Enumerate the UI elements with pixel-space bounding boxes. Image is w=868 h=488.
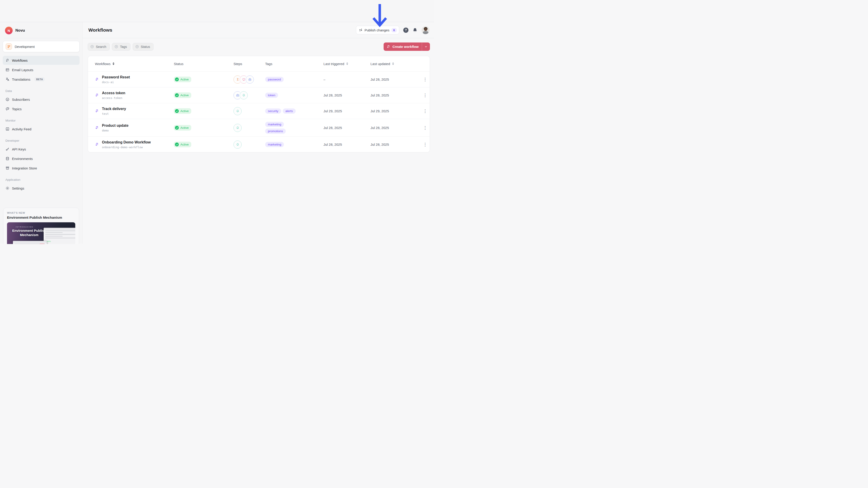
sidebar-nav: Workflows Email Layouts Translations BET…: [3, 56, 80, 84]
create-workflow-button[interactable]: Create workflow: [383, 42, 430, 51]
status-badge: Active: [174, 142, 191, 147]
workflow-icon: [95, 126, 99, 130]
status-badge: Active: [174, 125, 191, 131]
workflow-icon: [5, 58, 9, 62]
column-header-tags[interactable]: Tags: [265, 61, 323, 66]
sort-icon[interactable]: [346, 62, 348, 65]
sidebar-item-environments[interactable]: Environments: [3, 154, 80, 163]
topics-icon: [5, 107, 9, 111]
workflow-row[interactable]: Onboarding Demo Workflow onboarding-demo…: [88, 136, 430, 152]
thumbnail-title-text: Environment Publish Mechanism: [9, 229, 50, 237]
last-updated-value: Jul 28, 2025: [370, 142, 421, 147]
tags-cell: securityalerts: [265, 107, 305, 116]
last-updated-value: Jul 28, 2025: [370, 126, 421, 130]
workflow-row[interactable]: Track delivery test Active securityalert…: [88, 103, 430, 119]
beta-badge: BETA: [35, 77, 44, 81]
whats-new-title: Environment Publish Mechanism: [7, 216, 75, 220]
workflow-icon: [95, 109, 99, 113]
notifications-bell-button[interactable]: [412, 28, 417, 33]
table-body: Password Reset docs-ai Active password –…: [88, 71, 430, 152]
check-icon: [175, 126, 179, 130]
workflow-icon: [95, 142, 99, 147]
help-button[interactable]: ?: [403, 28, 408, 33]
publish-changes-button[interactable]: Publish changes 6: [356, 26, 399, 34]
question-mark-icon: ?: [405, 28, 407, 32]
sidebar-sections: Data Subscribers Topics Monitor Activity…: [3, 89, 80, 193]
org-switcher[interactable]: N Novu: [3, 25, 80, 38]
workflow-icon: [95, 77, 99, 81]
check-icon: [175, 93, 179, 97]
sidebar-item-workflows[interactable]: Workflows: [3, 56, 80, 65]
git-compare-icon: [359, 28, 363, 32]
plus-circle-icon: [90, 45, 94, 48]
environment-selector[interactable]: Development: [3, 41, 80, 52]
subscribers-icon: [5, 97, 9, 101]
user-avatar[interactable]: [422, 26, 430, 34]
api-keys-icon: [5, 147, 9, 151]
whats-new-thumbnail[interactable]: INTRODUCING Environment Publish Mechanis…: [7, 222, 75, 244]
section-label: Data: [3, 89, 80, 93]
steps-cell: [234, 107, 265, 115]
steps-cell: [234, 75, 265, 84]
workflow-row[interactable]: Password Reset docs-ai Active password –…: [88, 71, 430, 87]
sort-icon[interactable]: [113, 62, 114, 65]
workflow-identifier: test: [102, 112, 126, 116]
settings-icon: [5, 186, 9, 190]
check-icon: [175, 77, 179, 81]
column-header-last-triggered[interactable]: Last triggered: [323, 61, 370, 66]
plus-circle-icon: [114, 45, 118, 48]
last-triggered-value: Jul 28, 2025: [323, 93, 370, 97]
sidebar-item-subscribers[interactable]: Subscribers: [3, 95, 80, 104]
chevron-down-icon[interactable]: [422, 42, 430, 51]
workflow-row[interactable]: Product update demo Active marketingprom…: [88, 119, 430, 136]
sidebar-item-settings[interactable]: Settings: [3, 184, 80, 193]
column-header-status[interactable]: Status: [174, 61, 234, 66]
last-updated-value: Jul 28, 2025: [370, 77, 421, 81]
row-actions-kebab[interactable]: ⋮: [422, 76, 429, 83]
row-actions-kebab[interactable]: ⋮: [422, 92, 429, 98]
tag-pill: password: [265, 77, 284, 82]
tags-cell: marketingpromotions: [265, 120, 305, 135]
last-updated-value: Jul 28, 2025: [370, 93, 421, 97]
last-triggered-value: Jul 28, 2025: [323, 142, 370, 147]
last-triggered-value: –: [323, 77, 370, 81]
sidebar-item-translations[interactable]: Translations BETA: [3, 75, 80, 84]
sidebar-item-api-keys[interactable]: API Keys: [3, 144, 80, 154]
sidebar-item-topics[interactable]: Topics: [3, 104, 80, 113]
last-triggered-value: Jul 29, 2025: [323, 109, 370, 113]
filter-chip-search[interactable]: Search: [88, 43, 110, 51]
column-header-steps[interactable]: Steps: [234, 61, 265, 66]
top-strip: [0, 0, 434, 22]
activity-feed-icon: [5, 127, 9, 131]
section-label: Monitor: [3, 119, 80, 122]
sort-icon[interactable]: [392, 62, 394, 65]
status-badge: Active: [174, 108, 191, 114]
sidebar-item-email-layouts[interactable]: Email Layouts: [3, 65, 80, 74]
filter-chip-status[interactable]: Status: [133, 43, 153, 51]
tag-pill: promotions: [265, 129, 286, 134]
workflow-row[interactable]: Access token access-token Active token J…: [88, 87, 430, 103]
column-header-workflows[interactable]: Workflows: [95, 61, 174, 66]
steps-cell: [234, 124, 265, 132]
sidebar-item-integration-store[interactable]: Integration Store: [3, 164, 80, 173]
column-header-last-updated[interactable]: Last updated: [370, 61, 421, 66]
thumbnail-intro-text: INTRODUCING: [16, 226, 33, 228]
workflow-icon: [386, 45, 391, 48]
workflow-identifier: demo: [102, 129, 128, 132]
workflows-table: Workflows Status Steps Tags Last trigger…: [88, 56, 430, 153]
sidebar-item-activity-feed[interactable]: Activity Feed: [3, 125, 80, 133]
tag-pill: marketing: [265, 122, 284, 127]
pending-changes-count: 6: [392, 28, 397, 32]
workflow-name: Password Reset: [102, 75, 130, 80]
filter-chip-tags[interactable]: Tags: [112, 43, 130, 51]
section-label: Application: [3, 178, 80, 182]
main-area: Workflows Publish changes 6 ?: [83, 22, 434, 244]
page-title: Workflows: [88, 27, 112, 33]
whats-new-card[interactable]: WHAT'S NEW Environment Publish Mechanism…: [3, 207, 79, 244]
tag-pill: security: [265, 108, 281, 113]
email-layouts-icon: [5, 68, 9, 72]
row-actions-kebab[interactable]: ⋮: [422, 141, 429, 148]
tags-cell: marketing: [265, 140, 305, 149]
row-actions-kebab[interactable]: ⋮: [422, 125, 429, 131]
row-actions-kebab[interactable]: ⋮: [422, 108, 429, 114]
